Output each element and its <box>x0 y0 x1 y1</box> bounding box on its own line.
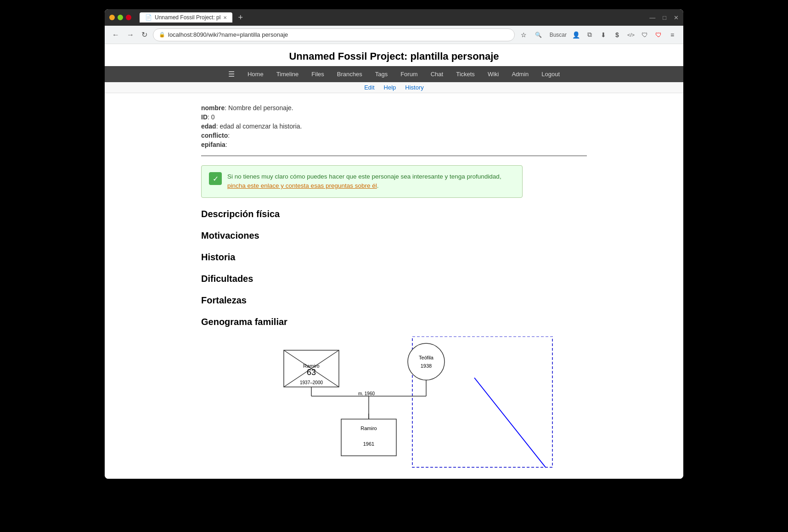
alert-check-icon: ✓ <box>209 172 222 185</box>
back-button[interactable]: ← <box>110 29 121 41</box>
field-list: nombre: Nombre del personaje. ID: 0 edad… <box>201 104 587 148</box>
genogram-container: Ramiro 63 1937–2000 m. 1960 Teófila 1938 <box>201 336 587 470</box>
window-close-icon[interactable]: ✕ <box>674 14 679 21</box>
field-conflicto: conflicto: <box>201 132 587 139</box>
browser-titlebar: 📄 Unnamed Fossil Project: pl ✕ + — □ ✕ <box>105 9 683 26</box>
site-title: Unnamed Fossil Project: plantilla person… <box>105 44 683 66</box>
maximize-button[interactable] <box>118 15 123 20</box>
close-button[interactable] <box>126 15 131 20</box>
field-label-edad: edad <box>201 123 216 130</box>
section-motivaciones: Motivaciones <box>201 230 587 241</box>
field-value-nombre: : Nombre del personaje. <box>225 104 293 112</box>
subnav-edit[interactable]: Edit <box>364 84 374 91</box>
field-epifania: epifania: <box>201 141 587 148</box>
ramiro-son-box <box>341 419 396 456</box>
nav-home[interactable]: Home <box>241 67 270 81</box>
window-restore-icon[interactable]: □ <box>663 14 666 21</box>
download-icon[interactable]: ⬇ <box>598 31 609 39</box>
forward-button[interactable]: → <box>125 29 136 41</box>
field-value-conflicto: : <box>228 132 230 139</box>
search-icon[interactable]: 🔍 <box>533 32 544 38</box>
field-label-conflicto: conflicto <box>201 132 228 139</box>
field-edad: edad: edad al comenzar la historia. <box>201 123 587 130</box>
section-historia: Historia <box>201 252 587 263</box>
nav-timeline[interactable]: Timeline <box>270 67 305 81</box>
tab-title: Unnamed Fossil Project: pl <box>155 14 220 21</box>
browser-window: 📄 Unnamed Fossil Project: pl ✕ + — □ ✕ ←… <box>105 9 683 479</box>
address-bar[interactable]: 🔒 localhost:8090/wiki?name=plantilla per… <box>153 28 515 41</box>
nav-tags[interactable]: Tags <box>369 67 394 81</box>
nav-tickets[interactable]: Tickets <box>450 67 481 81</box>
teofila-circle <box>408 343 445 380</box>
tab-close-button[interactable]: ✕ <box>223 15 227 20</box>
shield-green-icon[interactable]: 🛡 <box>639 31 650 39</box>
nav-forum[interactable]: Forum <box>394 67 424 81</box>
window-minimize-icon[interactable]: — <box>649 14 655 21</box>
page-content: Unnamed Fossil Project: plantilla person… <box>105 44 683 479</box>
section-descripcion-fisica: Descripción física <box>201 209 587 219</box>
browser-addressbar: ← → ↻ 🔒 localhost:8090/wiki?name=plantil… <box>105 26 683 44</box>
nav-branches[interactable]: Branches <box>331 67 369 81</box>
window-controls <box>109 15 131 20</box>
ramiro-son-name-text: Ramiro <box>360 426 377 431</box>
nav-chat[interactable]: Chat <box>424 67 450 81</box>
new-tab-button[interactable]: + <box>238 13 243 22</box>
genogram-svg: Ramiro 63 1937–2000 m. 1960 Teófila 1938 <box>233 336 555 470</box>
security-icon: 🔒 <box>159 32 165 38</box>
toolbar-right: 👤 ⧉ ⬇ $ </> 🛡 🛡 ≡ <box>570 31 678 39</box>
alert-text-after: . <box>377 182 379 189</box>
wiki-body: nombre: Nombre del personaje. ID: 0 edad… <box>187 93 601 479</box>
ramiro-years-text: 1937–2000 <box>300 380 323 385</box>
profile-icon[interactable]: 👤 <box>570 31 581 39</box>
field-label-epifania: epifania <box>201 141 225 148</box>
ramiro-son-year-text: 1961 <box>363 441 374 447</box>
field-id: ID: 0 <box>201 113 587 121</box>
section-genograma: Genograma familiar <box>201 317 587 327</box>
section-fortalezas: Fortalezas <box>201 295 587 306</box>
browser-tab[interactable]: 📄 Unnamed Fossil Project: pl ✕ <box>140 12 232 22</box>
hamburger-menu-icon[interactable]: ≡ <box>667 31 678 39</box>
alert-box: ✓ Si no tienes muy claro cómo puedes hac… <box>201 165 523 198</box>
tab-icon: 📄 <box>145 14 152 21</box>
field-label-id: ID <box>201 113 208 121</box>
marriage-label-text: m. 1960 <box>358 391 375 396</box>
divider <box>201 156 587 156</box>
shield-red-icon[interactable]: 🛡 <box>653 31 664 39</box>
reload-button[interactable]: ↻ <box>140 28 149 41</box>
url-text: localhost:8090/wiki?name=plantilla perso… <box>168 31 509 38</box>
field-value-id: : 0 <box>208 113 215 121</box>
search-label: Buscar <box>550 32 567 38</box>
subnav-history[interactable]: History <box>405 84 423 91</box>
alert-text-before: Si no tienes muy claro cómo puedes hacer… <box>227 173 501 180</box>
alert-link[interactable]: pincha este enlace y contesta esas pregu… <box>227 182 377 189</box>
sub-nav: Edit Help History <box>105 82 683 93</box>
field-value-edad: : edad al comenzar la historia. <box>216 123 302 130</box>
teofila-name-text: Teófila <box>419 355 434 360</box>
nav-logout[interactable]: Logout <box>535 67 566 81</box>
ramiro-age-text: 63 <box>307 368 316 377</box>
bookmark-icon[interactable]: ☆ <box>518 31 529 39</box>
section-dificultades: Dificultades <box>201 274 587 284</box>
code-icon[interactable]: </> <box>625 32 636 38</box>
nav-hamburger-icon[interactable]: ☰ <box>222 66 241 82</box>
subnav-help[interactable]: Help <box>384 84 396 91</box>
field-value-epifania: : <box>225 141 227 148</box>
teofila-year-text: 1938 <box>421 363 432 369</box>
main-nav: ☰ Home Timeline Files Branches Tags Foru… <box>105 66 683 82</box>
field-nombre: nombre: Nombre del personaje. <box>201 104 587 112</box>
nav-wiki[interactable]: Wiki <box>481 67 506 81</box>
field-label-nombre: nombre <box>201 104 225 112</box>
nav-admin[interactable]: Admin <box>505 67 535 81</box>
extensions-icon[interactable]: ⧉ <box>584 31 595 39</box>
dollar-icon[interactable]: $ <box>612 31 623 39</box>
nav-files[interactable]: Files <box>305 67 330 81</box>
blue-line <box>474 378 546 467</box>
minimize-button[interactable] <box>109 15 115 20</box>
alert-text: Si no tienes muy claro cómo puedes hacer… <box>227 172 515 191</box>
